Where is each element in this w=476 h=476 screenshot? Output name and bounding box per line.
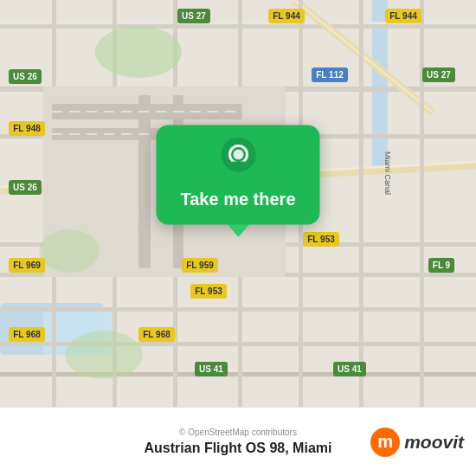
flight-name: Austrian Flight OS 98, Miami — [145, 441, 332, 456]
svg-text:FL 944: FL 944 — [389, 11, 417, 21]
svg-text:FL 968: FL 968 — [143, 330, 170, 339]
svg-text:FL 953: FL 953 — [195, 286, 222, 296]
svg-point-32 — [39, 229, 100, 273]
svg-text:US 41: US 41 — [338, 364, 362, 374]
location-popup[interactable]: Take me there — [156, 125, 319, 225]
svg-text:FL 944: FL 944 — [273, 11, 300, 21]
moovit-text-label: moovit — [404, 432, 464, 453]
svg-text:FL 948: FL 948 — [13, 124, 41, 133]
map-view: Miami Canal US 27 FL 944 FL 944 US 26 FL… — [0, 0, 476, 407]
moovit-logo: m moovit — [370, 428, 464, 457]
svg-text:FL 953: FL 953 — [307, 235, 335, 244]
svg-text:FL 112: FL 112 — [316, 70, 344, 80]
svg-text:US 27: US 27 — [182, 11, 206, 21]
svg-text:FL 969: FL 969 — [13, 261, 41, 270]
moovit-icon: m — [370, 428, 400, 457]
attribution: © OpenStreetMap contributors — [179, 428, 297, 437]
svg-text:Miami Canal: Miami Canal — [383, 151, 392, 195]
svg-point-31 — [95, 26, 182, 78]
svg-rect-23 — [420, 0, 424, 407]
svg-text:US 41: US 41 — [199, 364, 223, 374]
svg-text:US 27: US 27 — [427, 70, 451, 80]
svg-point-72 — [233, 150, 243, 160]
svg-text:US 26: US 26 — [13, 183, 37, 192]
svg-text:FL 968: FL 968 — [13, 330, 41, 339]
svg-text:FL 9: FL 9 — [433, 261, 451, 270]
svg-rect-22 — [359, 0, 363, 407]
svg-point-33 — [65, 331, 143, 379]
svg-text:US 26: US 26 — [13, 72, 37, 81]
pin-icon — [219, 138, 257, 183]
svg-rect-27 — [138, 95, 151, 268]
take-me-there-button[interactable]: Take me there — [180, 190, 295, 209]
info-bar: © OpenStreetMap contributors Austrian Fl… — [0, 407, 476, 476]
svg-text:FL 959: FL 959 — [186, 261, 214, 270]
